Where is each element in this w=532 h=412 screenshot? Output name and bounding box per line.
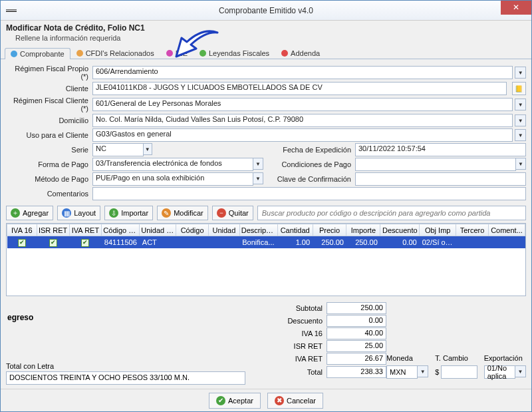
tab-ine[interactable]: INE xyxy=(160,47,194,59)
serie-label: Serie xyxy=(6,146,92,154)
total-letra-label: Total con Letra xyxy=(6,362,245,370)
col-unidad-sat[interactable]: Unidad S... xyxy=(140,224,176,236)
grid-row[interactable]: ✔ ✔ ✔ 84111506 ACT Bonifica... 1.00 250.… xyxy=(7,236,525,248)
checkbox-icon[interactable]: ✔ xyxy=(18,239,26,247)
uso-cliente-label: Uso para el Cliente xyxy=(6,131,92,139)
button-label: Layout xyxy=(74,209,96,217)
col-coment[interactable]: Coment... xyxy=(488,224,525,236)
exportacion-select[interactable]: 01/No aplica xyxy=(484,365,515,379)
col-isrret[interactable]: ISR RET xyxy=(37,224,69,236)
cell-cantidad: 1.00 xyxy=(277,236,313,248)
domicilio-label: Domicilio xyxy=(6,116,92,124)
cliente-label: Cliente xyxy=(6,85,92,93)
chevron-down-icon[interactable]: ▼ xyxy=(143,143,152,155)
col-obj-imp[interactable]: Obj Imp xyxy=(420,224,456,236)
total-letra-value: DOSCIENTOS TREINTA Y OCHO PESOS 33/100 M… xyxy=(6,371,245,385)
comentarios-label: Comentarios xyxy=(6,190,92,198)
chevron-down-icon[interactable]: ▼ xyxy=(515,129,526,141)
cell-coment xyxy=(488,236,525,248)
checkbox-icon[interactable]: ✔ xyxy=(81,239,89,247)
tab-icon xyxy=(281,50,288,57)
chevron-down-icon[interactable]: ▼ xyxy=(417,365,428,377)
cell-tercero xyxy=(456,236,489,248)
aceptar-button[interactable]: ✔ Aceptar xyxy=(209,393,261,409)
moneda-select[interactable]: MXN xyxy=(386,365,418,379)
metodo-pago-label: Método de Pago xyxy=(6,175,92,183)
cell-codigo-sat: 84111506 xyxy=(102,236,140,248)
modificar-button[interactable]: ✎ Modificar xyxy=(157,206,208,220)
tcambio-input[interactable] xyxy=(441,365,477,379)
cell-unidad-sat: ACT xyxy=(140,236,176,248)
col-precio[interactable]: Precio xyxy=(313,224,346,236)
metodo-pago-select[interactable]: PUE/Pago en una sola exhibición xyxy=(92,172,253,186)
regimen-cliente-select[interactable]: 601/General de Ley Personas Morales xyxy=(92,98,513,111)
subtotal-value: 250.00 xyxy=(327,302,386,314)
tab-leyendas-fiscales[interactable]: Leyendas Fiscales xyxy=(194,47,275,59)
col-tercero[interactable]: Tercero xyxy=(456,224,489,236)
cell-codigo xyxy=(176,236,209,248)
chevron-down-icon[interactable]: ▼ xyxy=(253,158,263,170)
importar-button[interactable]: ⇩ Importar xyxy=(104,206,153,220)
col-codigo[interactable]: Código xyxy=(176,224,209,236)
subtotal-label: Subtotal xyxy=(267,304,327,312)
form-area: Régimen Fiscal Propio (*) 606/Arrendamie… xyxy=(1,59,531,204)
tab-label: INE xyxy=(176,49,188,57)
cancelar-button[interactable]: ✖ Cancelar xyxy=(267,393,323,409)
chevron-down-icon[interactable]: ▼ xyxy=(515,158,526,170)
col-importe[interactable]: Importe xyxy=(346,224,380,236)
exportacion-label: Exportación xyxy=(484,354,526,362)
col-ivaret[interactable]: IVA RET xyxy=(69,224,102,236)
tcambio-label: T. Cambio xyxy=(435,354,477,362)
close-button[interactable]: ✕ xyxy=(501,1,531,15)
tab-cfdis-relacionados[interactable]: CFDI's Relacionados xyxy=(70,47,160,59)
regimen-propio-select[interactable]: 606/Arrendamiento xyxy=(92,66,513,79)
agregar-button[interactable]: ＋ Agregar xyxy=(6,206,53,220)
serie-select[interactable]: NC xyxy=(92,143,144,156)
tab-comprobante[interactable]: Comprobante xyxy=(5,48,70,59)
grid-header-row: IVA 16 ISR RET IVA RET Código S... Unida… xyxy=(7,224,525,236)
cliente-input[interactable]: JLE041011KD8 - JUGOS Y LICUADOS EMBOTELL… xyxy=(92,82,507,95)
chevron-down-icon[interactable]: ▼ xyxy=(515,114,526,126)
tab-icon xyxy=(166,50,173,57)
line-items-grid[interactable]: IVA 16 ISR RET IVA RET Código S... Unida… xyxy=(6,223,526,296)
layout-button[interactable]: ▦ Layout xyxy=(57,206,100,220)
col-cantidad[interactable]: Cantidad xyxy=(277,224,313,236)
product-search-input[interactable] xyxy=(257,206,526,220)
ivaret-value: 26.67 xyxy=(327,353,386,365)
col-unidad[interactable]: Unidad xyxy=(209,224,240,236)
col-codigo-sat[interactable]: Código S... xyxy=(102,224,140,236)
quitar-button[interactable]: － Quitar xyxy=(212,206,253,220)
dialog-actions: ✔ Aceptar ✖ Cancelar xyxy=(1,389,531,411)
button-label: Modificar xyxy=(174,209,203,217)
cliente-lookup-button[interactable]: 📒 xyxy=(512,82,526,95)
chevron-down-icon[interactable]: ▼ xyxy=(253,172,263,184)
regimen-propio-label: Régimen Fiscal Propio (*) xyxy=(6,65,92,81)
app-window: Comprobante Emitido v4.0 ✕ Modificar Not… xyxy=(0,0,532,412)
fecha-expedicion-input[interactable]: 30/11/2022 10:57:54 xyxy=(355,143,526,156)
forma-pago-label: Forma de Pago xyxy=(6,160,92,168)
tab-icon xyxy=(11,51,17,57)
col-descripcion[interactable]: Descripci... xyxy=(239,224,277,236)
tab-label: Comprobante xyxy=(20,50,65,58)
isrret-value: 25.00 xyxy=(327,340,386,352)
chevron-down-icon[interactable]: ▼ xyxy=(515,365,526,377)
ivaret-label: IVA RET xyxy=(267,355,327,363)
col-iva16[interactable]: IVA 16 xyxy=(7,224,37,236)
condiciones-pago-select[interactable] xyxy=(355,158,516,171)
cell-descuento: 0.00 xyxy=(380,236,420,248)
cell-precio: 250.00 xyxy=(313,236,346,248)
chevron-down-icon[interactable]: ▼ xyxy=(515,67,526,79)
tab-icon xyxy=(76,50,83,57)
uso-cliente-select[interactable]: G03/Gastos en general xyxy=(92,128,513,142)
cell-obj-imp: 02/Sí obj... xyxy=(420,236,456,248)
chevron-down-icon[interactable]: ▼ xyxy=(515,99,526,110)
col-descuento[interactable]: Descuento xyxy=(380,224,420,236)
forma-pago-select[interactable]: 03/Transferencia electrónica de fondos xyxy=(92,158,253,171)
clave-confirmacion-input[interactable] xyxy=(355,172,526,186)
system-menu-icon[interactable] xyxy=(6,9,17,12)
button-label: Agregar xyxy=(23,209,49,217)
tab-addenda[interactable]: Addenda xyxy=(275,47,326,59)
comentarios-input[interactable] xyxy=(92,187,526,200)
domicilio-select[interactable]: No. Col. María Nilda, Ciudad Valles San … xyxy=(92,114,513,127)
checkbox-icon[interactable]: ✔ xyxy=(49,239,57,247)
